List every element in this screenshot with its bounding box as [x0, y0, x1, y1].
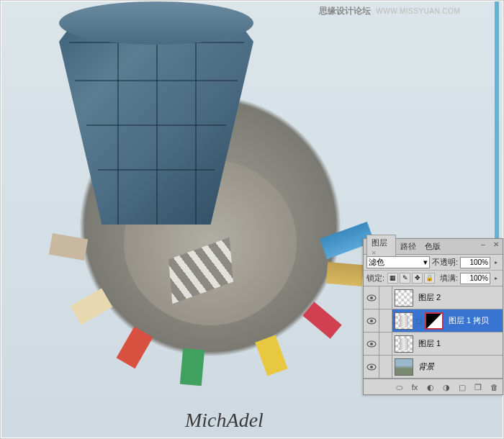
lock-fill-row: 锁定: ▦ ✎ ✥ 🔒 填满: 100% ▸	[364, 271, 503, 286]
visibility-toggle[interactable]	[364, 309, 379, 332]
svg-point-1	[370, 297, 373, 299]
opacity-flyout-icon[interactable]: ▸	[492, 259, 500, 266]
mask-link-icon[interactable]: ⬚	[415, 317, 423, 325]
link-column[interactable]	[379, 286, 392, 309]
svg-point-3	[370, 320, 373, 322]
layer-name-label[interactable]: 图层 1 拷贝	[449, 315, 489, 326]
eye-icon	[366, 294, 377, 302]
link-column[interactable]	[379, 309, 392, 332]
lock-position-icon[interactable]: ✥	[412, 273, 423, 284]
panel-footer: ⬭ fx ◐ ◑ ▢ ❐ 🗑	[364, 379, 503, 394]
layer-row[interactable]: 图层 2	[364, 286, 503, 309]
link-layers-icon[interactable]: ⬭	[393, 382, 405, 392]
opacity-label: 不透明:	[432, 257, 458, 268]
layer-thumbnail[interactable]	[395, 335, 413, 353]
tab-channels[interactable]: 色版	[420, 239, 445, 255]
layers-panel: 图层 × 路径 色版 – ✕ 滤色 ▾ 不透明: 100% ▸ 锁定: ▦ ✎ …	[363, 238, 503, 395]
panel-close-icon[interactable]: ✕	[491, 240, 501, 250]
layer-thumbnail[interactable]	[395, 358, 413, 376]
blend-opacity-row: 滤色 ▾ 不透明: 100% ▸	[364, 255, 503, 271]
layer-row[interactable]: 图层 1	[364, 332, 503, 356]
eye-icon	[366, 340, 377, 348]
lock-transparency-icon[interactable]: ▦	[387, 273, 398, 284]
layer-group-icon[interactable]: ▢	[456, 382, 468, 392]
layer-row[interactable]: 背景	[364, 356, 503, 379]
ruler-edge	[495, 1, 499, 239]
lock-label: 锁定:	[366, 273, 384, 284]
lock-pixels-icon[interactable]: ✎	[400, 273, 410, 284]
svg-point-7	[370, 366, 373, 368]
layer-mask-thumbnail[interactable]	[425, 312, 444, 330]
layer-thumbnail[interactable]	[395, 312, 413, 330]
chevron-down-icon: ▾	[423, 258, 428, 267]
fill-flyout-icon[interactable]: ▸	[492, 275, 500, 281]
visibility-toggle[interactable]	[364, 286, 379, 309]
eye-icon	[366, 317, 377, 325]
lock-all-icon[interactable]: 🔒	[424, 273, 435, 284]
layer-name-label[interactable]: 图层 2	[418, 292, 441, 303]
svg-point-5	[370, 343, 373, 345]
layer-row[interactable]: ⬚ 图层 1 拷贝	[364, 309, 503, 332]
layer-thumbnail[interactable]	[395, 289, 413, 307]
link-column[interactable]	[379, 356, 392, 378]
artist-signature: MichAdel	[185, 409, 264, 432]
adjustment-layer-icon[interactable]: ◑	[441, 382, 452, 392]
panel-minimize-icon[interactable]: –	[478, 240, 488, 250]
fill-label: 填满:	[440, 273, 458, 284]
layer-fx-icon[interactable]: fx	[409, 382, 420, 392]
link-column[interactable]	[379, 332, 392, 355]
layer-name-label[interactable]: 图层 1	[418, 338, 441, 349]
watermark: 思缘设计论坛 WWW.MISSYUAN.COM	[319, 5, 460, 17]
visibility-toggle[interactable]	[364, 332, 379, 355]
layer-list: 图层 2 ⬚ 图层 1 拷贝 图层 1 背景	[364, 286, 503, 379]
glass-tower	[59, 1, 253, 225]
delete-layer-icon[interactable]: 🗑	[488, 382, 500, 392]
fill-input[interactable]: 100%	[460, 273, 490, 284]
tab-paths[interactable]: 路径	[396, 239, 420, 255]
panel-tabs: 图层 × 路径 色版 – ✕	[364, 239, 503, 255]
layer-name-label[interactable]: 背景	[418, 361, 434, 372]
blend-mode-select[interactable]: 滤色 ▾	[366, 256, 430, 268]
new-layer-icon[interactable]: ❐	[472, 382, 484, 392]
opacity-input[interactable]: 100%	[460, 257, 490, 268]
layer-mask-icon[interactable]: ◐	[425, 382, 436, 392]
visibility-toggle[interactable]	[364, 356, 379, 378]
eye-icon	[366, 363, 377, 371]
